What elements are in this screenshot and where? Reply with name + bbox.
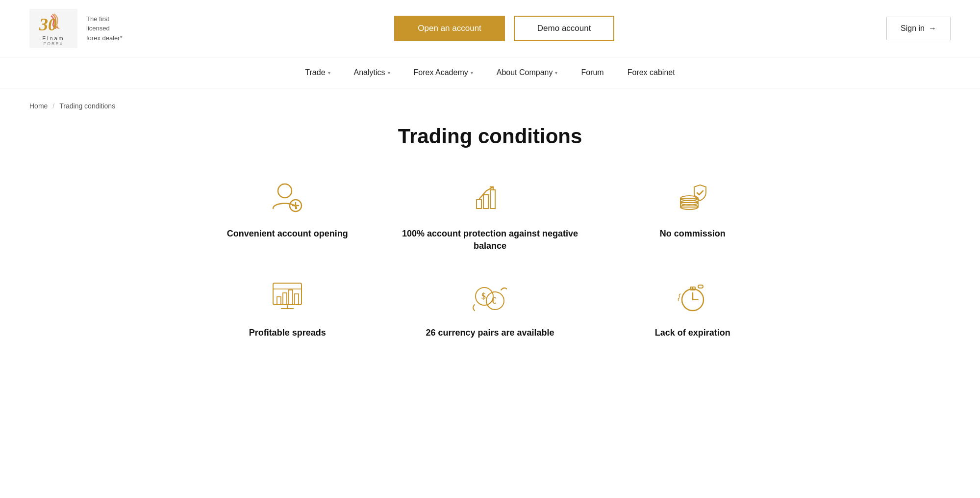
svg-point-1 xyxy=(278,184,292,198)
person-plus-icon xyxy=(268,178,307,217)
feature-label-no-commission: No commission xyxy=(660,228,726,240)
nav-label-forum: Forum xyxy=(581,68,603,77)
nav-item-trade[interactable]: Trade ▾ xyxy=(305,68,330,77)
feature-label-profitable-spreads: Profitable spreads xyxy=(249,327,326,339)
svg-text:€: € xyxy=(492,296,496,306)
header: 30 Finam FOREX The first licensed forex … xyxy=(0,0,980,57)
breadcrumb-current: Trading conditions xyxy=(59,102,115,110)
nav-item-forex-cabinet[interactable]: Forex cabinet xyxy=(628,68,675,77)
feature-no-commission: No commission xyxy=(601,178,784,252)
svg-rect-6 xyxy=(483,195,488,209)
breadcrumb-separator: / xyxy=(52,102,54,110)
nav-label-analytics: Analytics xyxy=(354,68,385,77)
nav-label-about-company: About Company xyxy=(497,68,553,77)
logo: 30 Finam FOREX xyxy=(29,9,77,48)
feature-label-account-opening: Convenient account opening xyxy=(227,228,348,240)
nav-label-forex-cabinet: Forex cabinet xyxy=(628,68,675,77)
logo-sub-text: FOREX xyxy=(43,41,63,46)
nav-item-forum[interactable]: Forum xyxy=(581,68,603,77)
svg-rect-5 xyxy=(477,200,481,209)
feature-label-currency-pairs: 26 currency pairs are available xyxy=(426,327,554,339)
chevron-down-icon: ▾ xyxy=(555,70,557,76)
nav-item-forex-academy[interactable]: Forex Academy ▾ xyxy=(414,68,473,77)
svg-rect-16 xyxy=(283,293,287,305)
arrow-right-icon: → xyxy=(929,24,936,33)
main-nav: Trade ▾ Analytics ▾ Forex Academy ▾ Abou… xyxy=(0,57,980,88)
logo-brand-text: Finam xyxy=(42,35,65,41)
svg-rect-17 xyxy=(289,290,293,305)
features-grid: Convenient account opening 100% account … xyxy=(196,178,784,340)
feature-label-account-protection: 100% account protection against negative… xyxy=(399,228,581,252)
feature-lack-expiration: Lack of expiration xyxy=(601,277,784,339)
tagline: The first licensed forex dealer* xyxy=(86,14,123,43)
nav-item-about-company[interactable]: About Company ▾ xyxy=(497,68,558,77)
svg-text:$: $ xyxy=(481,291,486,301)
demo-account-button[interactable]: Demo account xyxy=(514,16,615,41)
chevron-down-icon: ▾ xyxy=(471,70,473,76)
svg-rect-28 xyxy=(698,285,703,288)
chevron-down-icon: ▾ xyxy=(328,70,330,76)
page-title: Trading conditions xyxy=(29,125,951,148)
logo-graphic: 30 xyxy=(36,12,71,35)
chevron-down-icon: ▾ xyxy=(388,70,390,76)
feature-account-opening: Convenient account opening xyxy=(196,178,379,252)
feature-label-lack-expiration: Lack of expiration xyxy=(655,327,730,339)
svg-text:30: 30 xyxy=(39,15,57,34)
breadcrumb-home[interactable]: Home xyxy=(29,102,48,110)
svg-rect-7 xyxy=(490,190,495,209)
currency-swap-icon: $ € xyxy=(470,277,509,316)
breadcrumb: Home / Trading conditions xyxy=(0,88,980,115)
money-shield-icon xyxy=(673,178,712,217)
nav-label-forex-academy: Forex Academy xyxy=(414,68,468,77)
bar-chart-icon xyxy=(268,277,307,316)
sign-in-button[interactable]: Sign in → xyxy=(886,17,951,40)
header-left: 30 Finam FOREX The first licensed forex … xyxy=(29,9,123,48)
feature-account-protection: 100% account protection against negative… xyxy=(399,178,581,252)
nav-item-analytics[interactable]: Analytics ▾ xyxy=(354,68,390,77)
svg-rect-18 xyxy=(295,294,299,305)
header-cta-buttons: Open an account Demo account xyxy=(394,16,614,41)
stopwatch-icon xyxy=(673,277,712,316)
main-content: Trading conditions Convenient account op… xyxy=(0,115,980,369)
feature-profitable-spreads: Profitable spreads xyxy=(196,277,379,339)
svg-rect-15 xyxy=(277,297,281,305)
nav-label-trade: Trade xyxy=(305,68,325,77)
chart-shield-icon xyxy=(470,178,509,217)
open-account-button[interactable]: Open an account xyxy=(394,16,504,41)
feature-currency-pairs: $ € 26 currency pairs are available xyxy=(399,277,581,339)
sign-in-label: Sign in xyxy=(901,24,925,33)
